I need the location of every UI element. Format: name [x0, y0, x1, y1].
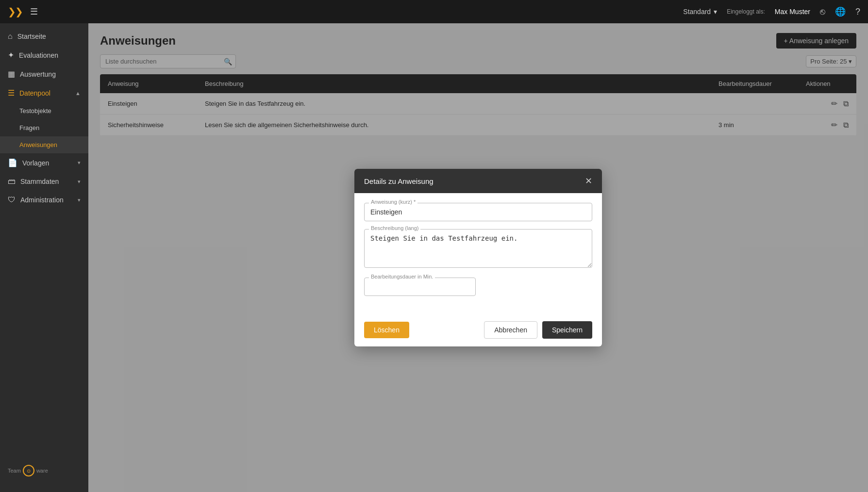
modal-body: Anweisung (kurz) * Beschreibung (lang) S…	[354, 193, 602, 313]
sidebar-label-vorlagen: Vorlagen	[22, 159, 73, 167]
content-area: Anweisungen + Anweisung anlegen 🔍 Pro Se…	[88, 23, 868, 492]
loeschen-button[interactable]: Löschen	[364, 322, 409, 338]
dauer-label: Bearbeitungsdauer in Min.	[369, 274, 435, 279]
chevron-down-icon-2: ▾	[78, 179, 81, 185]
beschreibung-label: Beschreibung (lang)	[369, 225, 420, 231]
modal-close-button[interactable]: ✕	[585, 176, 592, 186]
modal-title: Details zu Anweisung	[364, 177, 434, 185]
database-icon: 🗃	[8, 177, 16, 186]
list-icon: ☰	[8, 88, 15, 98]
template-icon: 📄	[8, 158, 17, 167]
main-layout: ⌂ Startseite ✦ Evaluationen ▦ Auswertung…	[0, 23, 868, 492]
sidebar-label-datenpool: Datenpool	[19, 89, 70, 97]
sidebar-label-fragen: Fragen	[19, 124, 81, 131]
sidebar-label-testobjekte: Testobjekte	[19, 107, 81, 115]
header-right: Standard ▾ Eingeloggt als: Max Muster ⎋ …	[683, 6, 860, 17]
abbrechen-button[interactable]: Abbrechen	[484, 321, 537, 339]
modal-header: Details zu Anweisung ✕	[354, 169, 602, 193]
sidebar-label-evaluationen: Evaluationen	[19, 51, 81, 59]
logout-icon[interactable]: ⎋	[820, 7, 825, 17]
chevron-up-icon: ▲	[75, 90, 81, 96]
globe-icon[interactable]: 🌐	[835, 6, 846, 17]
logo-chevrons: ❯❯	[8, 6, 22, 17]
star-icon: ✦	[8, 50, 14, 60]
sidebar-item-testobjekte[interactable]: Testobjekte	[0, 102, 88, 119]
dauer-input[interactable]	[364, 278, 476, 296]
menu-toggle-icon[interactable]: ☰	[30, 6, 38, 17]
sidebar-label-stammdaten: Stammdaten	[20, 178, 73, 185]
modal-dialog: Details zu Anweisung ✕ Anweisung (kurz) …	[354, 169, 602, 346]
anweisung-label: Anweisung (kurz) *	[369, 199, 417, 205]
top-header: ❯❯ ☰ Standard ▾ Eingeloggt als: Max Must…	[0, 0, 868, 23]
sidebar-logo-circle: ⊙	[23, 465, 34, 476]
sidebar-label-anweisungen: Anweisungen	[19, 141, 81, 148]
speichern-button[interactable]: Speichern	[542, 321, 592, 339]
form-group-dauer: Bearbeitungsdauer in Min.	[364, 278, 592, 296]
sidebar-label-administration: Administration	[20, 196, 73, 204]
anweisung-input[interactable]	[364, 203, 592, 221]
sidebar: ⌂ Startseite ✦ Evaluationen ▦ Auswertung…	[0, 23, 88, 492]
modal-overlay: Details zu Anweisung ✕ Anweisung (kurz) …	[88, 23, 868, 492]
chevron-down-icon-3: ▾	[78, 197, 81, 203]
sidebar-label-auswertung: Auswertung	[20, 70, 81, 78]
sidebar-logo-text: Team	[8, 468, 21, 474]
form-group-beschreibung: Beschreibung (lang) Steigen Sie in das T…	[364, 229, 592, 270]
sidebar-item-datenpool[interactable]: ☰ Datenpool ▲	[0, 83, 88, 102]
sidebar-item-stammdaten[interactable]: 🗃 Stammdaten ▾	[0, 172, 88, 191]
chart-icon: ▦	[8, 69, 15, 79]
sidebar-logo-text2: ware	[36, 468, 48, 474]
modal-footer: Löschen Abbrechen Speichern	[354, 313, 602, 346]
standard-dropdown[interactable]: Standard ▾	[683, 8, 717, 16]
sidebar-label-startseite: Startseite	[17, 33, 81, 40]
sidebar-item-fragen[interactable]: Fragen	[0, 119, 88, 136]
logged-in-label: Eingeloggt als:	[727, 8, 765, 15]
home-icon: ⌂	[8, 32, 13, 41]
sidebar-footer-logo: Team ⊙ ware	[0, 457, 88, 484]
dropdown-arrow-icon: ▾	[714, 8, 717, 16]
form-group-anweisung: Anweisung (kurz) *	[364, 203, 592, 221]
logged-in-user: Max Muster	[775, 8, 810, 16]
shield-icon: 🛡	[8, 196, 16, 204]
help-icon[interactable]: ?	[855, 7, 860, 17]
sidebar-item-vorlagen[interactable]: 📄 Vorlagen ▾	[0, 153, 88, 172]
sidebar-item-startseite[interactable]: ⌂ Startseite	[0, 27, 88, 46]
logo: ❯❯	[8, 6, 22, 17]
sidebar-item-anweisungen[interactable]: Anweisungen	[0, 136, 88, 153]
header-left: ❯❯ ☰	[8, 6, 38, 17]
chevron-down-icon: ▾	[78, 160, 81, 166]
beschreibung-textarea[interactable]: Steigen Sie in das Testfahrzeug ein.	[364, 229, 592, 268]
sidebar-item-auswertung[interactable]: ▦ Auswertung	[0, 65, 88, 83]
sidebar-item-evaluationen[interactable]: ✦ Evaluationen	[0, 46, 88, 65]
modal-footer-right: Abbrechen Speichern	[484, 321, 592, 339]
sidebar-item-administration[interactable]: 🛡 Administration ▾	[0, 191, 88, 209]
standard-label: Standard	[683, 8, 711, 16]
